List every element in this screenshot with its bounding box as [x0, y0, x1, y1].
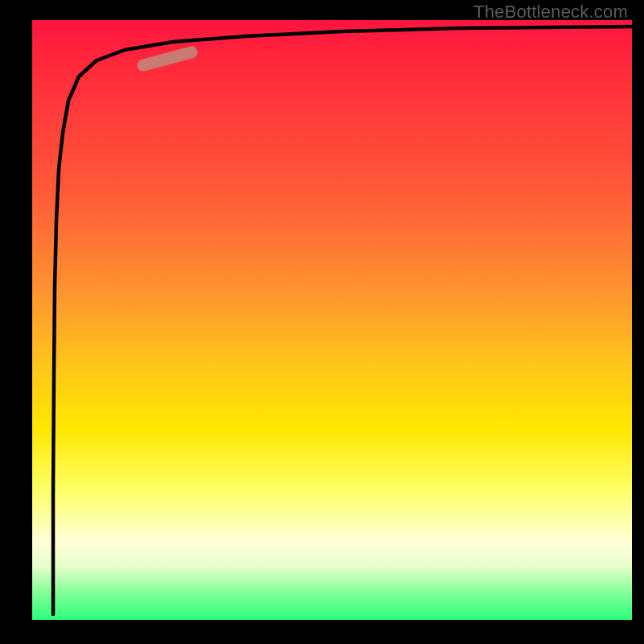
gradient-background [32, 20, 632, 620]
chart-plot-area [32, 20, 632, 620]
